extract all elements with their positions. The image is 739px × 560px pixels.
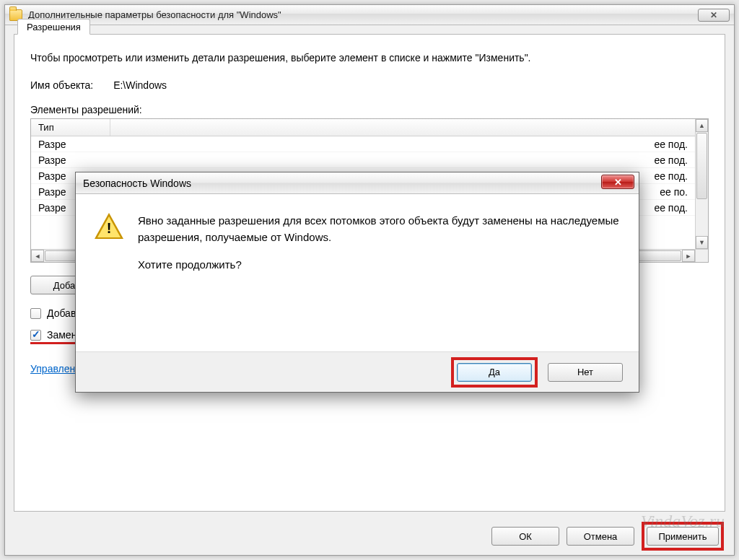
intro-text: Чтобы просмотреть или изменить детали ра… [30, 52, 709, 64]
dialog-footer: Да Нет [76, 351, 639, 392]
close-icon: ✕ [710, 10, 717, 20]
windows-security-dialog: Безопасность Windows ✕ ! Явно заданные р… [75, 172, 639, 393]
close-icon: ✕ [614, 177, 622, 188]
ok-button[interactable]: ОК [491, 527, 559, 546]
dialog-body: ! Явно заданные разрешения для всех пото… [76, 194, 639, 297]
dialog-message-2: Хотите продолжить? [138, 257, 620, 274]
dialog-text: Явно заданные разрешения для всех потомк… [138, 213, 620, 285]
scroll-right-button[interactable]: ► [682, 250, 695, 262]
cell-tail: ее под. [110, 139, 688, 150]
cell-type: Разре [38, 154, 110, 166]
window-footer: ОК Отмена Применить [5, 517, 734, 555]
cell-tail: ее под. [110, 154, 688, 166]
yes-button[interactable]: Да [457, 363, 532, 382]
checkbox-replace[interactable] [30, 330, 41, 341]
dialog-titlebar[interactable]: Безопасность Windows ✕ [76, 172, 639, 194]
cancel-button[interactable]: Отмена [567, 527, 634, 546]
highlight-yes: Да [451, 357, 538, 388]
permissions-header[interactable]: Тип [31, 119, 708, 136]
warning-icon: ! [95, 213, 123, 242]
vertical-scrollbar[interactable]: ▲ ▼ [695, 119, 708, 249]
titlebar[interactable]: Дополнительные параметры безопасности дл… [5, 5, 734, 25]
apply-button[interactable]: Применить [647, 527, 719, 546]
cell-type: Разре [38, 139, 110, 150]
dialog-close-button[interactable]: ✕ [601, 175, 634, 189]
scroll-thumb[interactable] [696, 133, 707, 199]
table-row[interactable]: Разре ее под. [31, 136, 695, 152]
checkbox-inherit[interactable] [30, 308, 41, 319]
no-button[interactable]: Нет [548, 363, 623, 382]
column-spacer [110, 119, 708, 136]
permissions-list-label: Элементы разрешений: [30, 104, 709, 115]
tab-permissions[interactable]: Разрешения [17, 19, 90, 35]
object-name-value: E:\Windows [113, 79, 167, 91]
table-row[interactable]: Разре ее под. [31, 152, 695, 168]
object-name-row: Имя объекта: E:\Windows [30, 79, 709, 91]
scroll-corner [695, 249, 708, 262]
scroll-left-button[interactable]: ◄ [31, 250, 44, 262]
object-name-label: Имя объекта: [30, 79, 93, 91]
scroll-track[interactable] [696, 200, 708, 236]
scroll-up-button[interactable]: ▲ [696, 119, 708, 132]
window-close-button[interactable]: ✕ [698, 9, 730, 22]
highlight-apply: Применить [642, 522, 724, 551]
window-title: Дополнительные параметры безопасности дл… [28, 9, 698, 20]
scroll-down-button[interactable]: ▼ [696, 236, 708, 249]
dialog-message-1: Явно заданные разрешения для всех потомк… [138, 213, 620, 245]
column-type[interactable]: Тип [31, 119, 110, 136]
dialog-title: Безопасность Windows [83, 178, 191, 189]
